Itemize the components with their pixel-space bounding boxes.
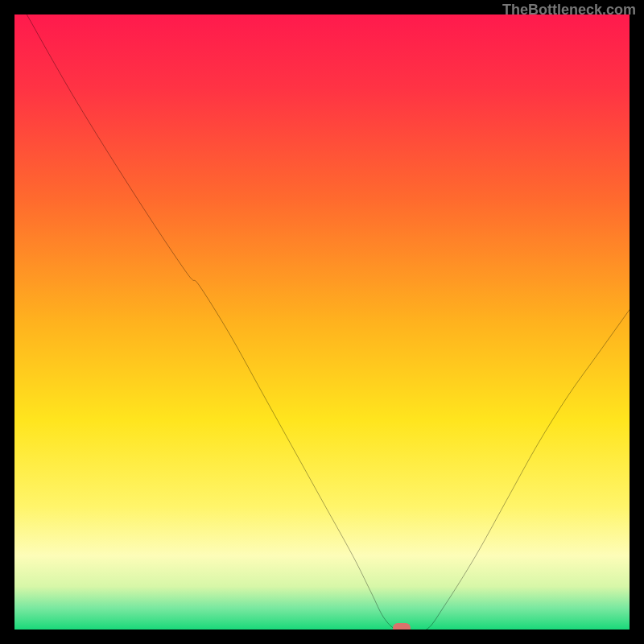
bottleneck-curve: [14, 14, 630, 630]
optimal-marker: [393, 623, 411, 630]
chart-frame: TheBottleneck.com: [0, 0, 644, 644]
plot-area: [14, 14, 630, 630]
watermark-text: TheBottleneck.com: [502, 2, 636, 19]
